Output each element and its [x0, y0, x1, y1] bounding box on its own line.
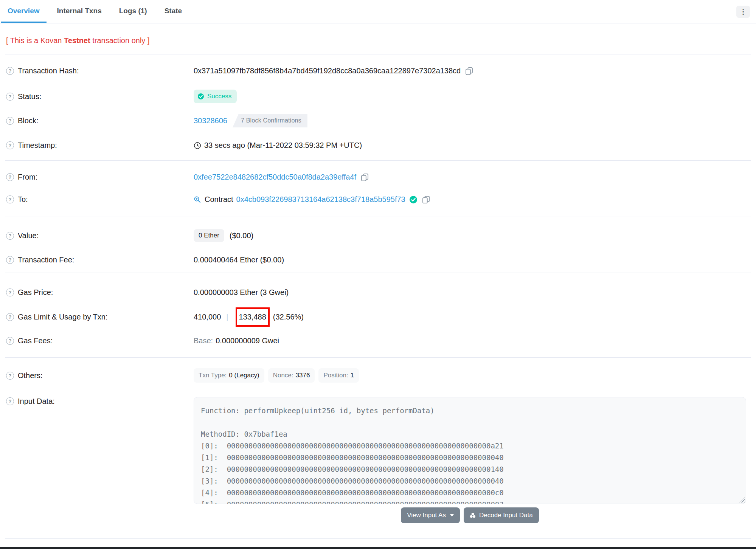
value-label: Value: [18, 231, 39, 240]
row-others: ? Others: Txn Type: 0 (Legacy) Nonce: 33… [0, 368, 756, 383]
testnet-note-bold: Testnet [64, 36, 90, 45]
status-label: Status: [18, 92, 41, 101]
txn-type-chip: Txn Type: 0 (Legacy) [194, 368, 264, 383]
row-timestamp: ? Timestamp: 33 secs ago (Mar-11-2022 03… [0, 141, 756, 150]
block-confirmations-badge: 7 Block Confirmations [233, 114, 307, 127]
gas-used-percent: (32.56%) [273, 313, 304, 321]
annotation-highlight-box: 133,488 [236, 307, 270, 327]
clock-icon [194, 142, 201, 149]
resize-handle[interactable] [739, 497, 745, 502]
tab-state[interactable]: State [158, 0, 189, 23]
timestamp-value: 33 secs ago (Mar-11-2022 03:59:32 PM +UT… [204, 141, 362, 150]
row-gas-price: ? Gas Price: 0.000000003 Ether (3 Gwei) [0, 288, 756, 297]
row-input-data: ? Input Data: Function: performUpkeep(ui… [0, 397, 756, 523]
gas-price-label: Gas Price: [18, 288, 53, 297]
input-data-line: MethodID: 0x7bbaf1ea [201, 428, 739, 440]
check-circle-icon [197, 93, 204, 100]
row-transaction-fee: ? Transaction Fee: 0.000400464 Ether ($0… [0, 256, 756, 264]
help-icon[interactable]: ? [6, 141, 14, 149]
copy-icon[interactable] [361, 173, 369, 181]
help-icon[interactable]: ? [6, 337, 14, 345]
testnet-note-prefix: [ This is a Kovan [6, 36, 64, 45]
help-icon[interactable]: ? [6, 93, 14, 101]
gas-separator: | [226, 313, 228, 321]
footer-edge [0, 547, 756, 549]
copy-icon[interactable] [422, 195, 430, 203]
row-status: ? Status: Success [0, 90, 756, 103]
divider [5, 538, 751, 539]
help-icon[interactable]: ? [6, 397, 14, 405]
decode-icon [470, 512, 476, 518]
help-icon[interactable]: ? [6, 117, 14, 125]
help-icon[interactable]: ? [6, 232, 14, 240]
tab-spacer [192, 0, 736, 23]
transaction-hash-label: Transaction Hash: [18, 67, 79, 75]
gas-fees-base-label: Base: [194, 337, 213, 345]
gas-fees-label: Gas Fees: [18, 337, 53, 345]
transaction-detail-page: Overview Internal Txns Logs (1) State ⋮ … [0, 0, 756, 549]
row-transaction-hash: ? Transaction Hash: 0x371a51097fb78df856… [0, 67, 756, 75]
view-input-as-label: View Input As [407, 512, 446, 519]
input-data-label: Input Data: [18, 397, 55, 406]
caret-down-icon [450, 514, 454, 516]
nonce-chip-value: 3376 [296, 372, 310, 379]
input-data-line: [4]: 00000000000000000000000000000000000… [201, 487, 739, 499]
row-block: ? Block: 30328606 7 Block Confirmations [0, 114, 756, 127]
input-data-textarea[interactable]: Function: performUpkeep(uint256 id, byte… [194, 397, 746, 504]
tab-logs[interactable]: Logs (1) [112, 0, 154, 23]
nonce-chip-label: Nonce: [273, 372, 293, 379]
help-icon[interactable]: ? [6, 67, 14, 75]
copy-icon[interactable] [465, 67, 473, 75]
tab-internal-txns[interactable]: Internal Txns [50, 0, 109, 23]
more-options-button[interactable]: ⋮ [736, 6, 750, 18]
row-to: ? To: Contract 0x4cb093f226983713164a621… [0, 195, 756, 204]
input-data-line: Function: performUpkeep(uint256 id, byte… [201, 405, 739, 417]
position-chip-label: Position: [323, 372, 348, 379]
testnet-note: [ This is a Kovan Testnet transaction on… [6, 36, 750, 45]
help-icon[interactable]: ? [6, 288, 14, 296]
ether-value-badge: 0 Ether [194, 229, 224, 242]
block-label: Block: [18, 116, 38, 125]
input-data-line: [0]: 00000000000000000000000000000000000… [201, 440, 739, 452]
txn-type-chip-value: 0 (Legacy) [229, 372, 259, 379]
row-from: ? From: 0xfee7522e8482682cf50ddc50a0f8da… [0, 173, 756, 181]
from-label: From: [18, 173, 37, 181]
nonce-chip: Nonce: 3376 [268, 368, 315, 383]
block-number-link[interactable]: 30328606 [194, 116, 227, 125]
transaction-fee-label: Transaction Fee: [18, 256, 74, 264]
help-icon[interactable]: ? [6, 173, 14, 181]
search-plus-icon[interactable] [194, 196, 201, 203]
to-label: To: [18, 195, 28, 204]
view-input-as-button[interactable]: View Input As [401, 507, 460, 523]
from-address-link[interactable]: 0xfee7522e8482682cf50ddc50a0f8da2a39effa… [194, 173, 356, 181]
txn-type-chip-label: Txn Type: [199, 372, 227, 379]
help-icon[interactable]: ? [6, 195, 14, 203]
decode-input-data-button[interactable]: Decode Input Data [464, 507, 539, 523]
tab-overview[interactable]: Overview [1, 0, 47, 23]
input-data-line: [3]: 00000000000000000000000000000000000… [201, 475, 739, 487]
input-data-actions: View Input As Decode Input Data [401, 507, 539, 523]
input-data-line: [1]: 00000000000000000000000000000000000… [201, 452, 739, 464]
transaction-fee-value: 0.000400464 Ether ($0.00) [194, 256, 284, 264]
kebab-icon: ⋮ [740, 8, 747, 16]
help-icon[interactable]: ? [6, 313, 14, 321]
status-badge: Success [194, 90, 237, 103]
help-icon[interactable]: ? [6, 256, 14, 264]
to-contract-prefix: Contract [205, 195, 233, 204]
tab-bar: Overview Internal Txns Logs (1) State ⋮ [0, 0, 756, 23]
others-label: Others: [18, 371, 43, 380]
decode-input-data-label: Decode Input Data [479, 512, 533, 519]
timestamp-label: Timestamp: [18, 141, 57, 150]
row-value: ? Value: 0 Ether ($0.00) [0, 229, 756, 242]
row-gas-limit-usage: ? Gas Limit & Usage by Txn: 410,000 | 13… [0, 311, 756, 323]
input-data-line [201, 417, 739, 428]
value-usd: ($0.00) [230, 231, 253, 240]
transaction-hash-value: 0x371a51097fb78df856f8b4a7bd459f192d8cc8… [194, 67, 461, 75]
testnet-note-suffix: transaction only ] [90, 36, 150, 45]
position-chip: Position: 1 [318, 368, 359, 383]
verified-check-icon [409, 195, 418, 204]
row-gas-fees: ? Gas Fees: Base: 0.000000009 Gwei [0, 337, 756, 345]
to-address-link[interactable]: 0x4cb093f226983713164a62138c3f718a5b595f… [236, 195, 405, 204]
help-icon[interactable]: ? [6, 372, 14, 380]
input-data-line: [2]: 00000000000000000000000000000000000… [201, 464, 739, 475]
